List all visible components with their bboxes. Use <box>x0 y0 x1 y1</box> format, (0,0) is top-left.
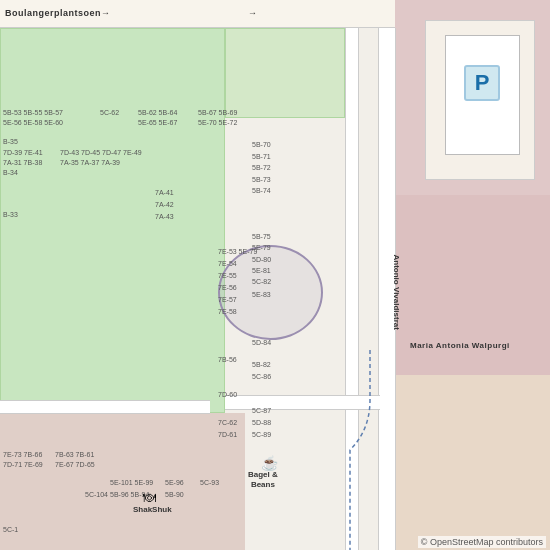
park-left <box>0 28 225 413</box>
label-b35: B-35 <box>3 137 18 146</box>
label-5b67: 5B-67 5B-69 <box>198 108 237 117</box>
label-7d43: 7D-43 7D-45 7D-47 7E-49 <box>60 148 142 157</box>
maria-antonia-label: Maria Antonia Walpurgi <box>410 340 510 351</box>
label-7e73: 7E-73 7B-66 <box>3 450 42 459</box>
label-7d39: 7D-39 7E-41 <box>3 148 43 157</box>
label-5e101: 5E-101 5E-99 <box>110 478 153 487</box>
label-5c1: 5C-1 <box>3 525 18 534</box>
horizontal-road <box>0 400 210 414</box>
bagel-beans-label: Bagel &Beans <box>248 470 278 489</box>
label-7a31: 7A-31 7B-38 <box>3 158 42 167</box>
label-7d60: 7D-60 <box>218 390 237 399</box>
label-5b90: 5B-90 <box>165 490 184 499</box>
label-b33: B-33 <box>3 210 18 219</box>
label-5c93: 5C-93 <box>200 478 219 487</box>
label-7e53: 7E-53 5E-79 <box>218 247 257 256</box>
label-5d80: 5D-80 <box>252 255 271 264</box>
label-5c87: 5C-87 <box>252 406 271 415</box>
building-block-lower-right <box>395 375 550 550</box>
label-5e81: 5E-81 <box>252 266 271 275</box>
label-5b73: 5B-73 <box>252 175 271 184</box>
label-7c62: 7C-62 <box>218 418 237 427</box>
label-7e57: 7E-57 <box>218 295 237 304</box>
label-5e83: 5E-83 <box>252 290 271 299</box>
parking-sign: P <box>464 65 500 101</box>
label-7e56: 7E-56 <box>218 283 237 292</box>
label-7a42: 7A-42 <box>155 200 174 209</box>
antonio-vivaldi-label: Antonio Vivaldistrat <box>392 255 401 330</box>
attribution: © OpenStreetMap contributors <box>418 536 546 548</box>
top-arrow: → <box>248 8 258 18</box>
label-5b71: 5B-71 <box>252 152 271 161</box>
label-5b70: 5B-70 <box>252 140 271 149</box>
label-5d88: 5D-88 <box>252 418 271 427</box>
label-7b63: 7B-63 7B-61 <box>55 450 94 459</box>
label-7e58: 7E-58 <box>218 307 237 316</box>
label-5c82: 5C-82 <box>252 277 271 286</box>
label-b34: B-34 <box>3 168 18 177</box>
label-7e55: 7E-55 <box>218 271 237 280</box>
label-7e54: 7E-54 <box>218 259 237 268</box>
label-5e70: 5E-70 5E-72 <box>198 118 237 127</box>
map-container: Boulangerplantsoen→ → P 5B-53 5B-55 5B-5… <box>0 0 550 550</box>
label-7d71: 7D-71 7E-69 <box>3 460 43 469</box>
bagel-beans-icon: ☕ <box>261 455 278 471</box>
label-5b82: 5B-82 <box>252 360 271 369</box>
boulangerplantsoen-label: Boulangerplantsoen→ <box>5 8 111 18</box>
label-5b62: 5B-62 5B-64 <box>138 108 177 117</box>
label-5b75: 5B-75 <box>252 232 271 241</box>
shakshuk-icon: 🍽 <box>143 490 156 505</box>
label-5b72: 5B-72 <box>252 163 271 172</box>
shakshuk-label: ShakShuk <box>133 505 172 515</box>
label-5b74: 5B-74 <box>252 186 271 195</box>
label-7b56: 7B-56 <box>218 355 237 364</box>
label-5e96: 5E-96 <box>165 478 184 487</box>
label-5e65: 5E-65 5E-67 <box>138 118 177 127</box>
label-7d61: 7D-61 <box>218 430 237 439</box>
label-7e67: 7E-67 7D-65 <box>55 460 95 469</box>
label-5d84: 5D-84 <box>252 338 271 347</box>
label-5e56: 5E-56 5E-58 5E-60 <box>3 118 63 127</box>
label-7a41: 7A-41 <box>155 188 174 197</box>
label-5b53: 5B-53 5B-55 5B-57 <box>3 108 63 117</box>
label-5c104: 5C-104 <box>85 490 108 499</box>
label-5c62: 5C-62 <box>100 108 119 117</box>
dotted-path <box>340 350 400 550</box>
label-7a35: 7A-35 7A-37 7A-39 <box>60 158 120 167</box>
label-5c89: 5C-89 <box>252 430 271 439</box>
label-7a43: 7A-43 <box>155 212 174 221</box>
park-top-center <box>225 28 345 118</box>
label-5c86: 5C-86 <box>252 372 271 381</box>
